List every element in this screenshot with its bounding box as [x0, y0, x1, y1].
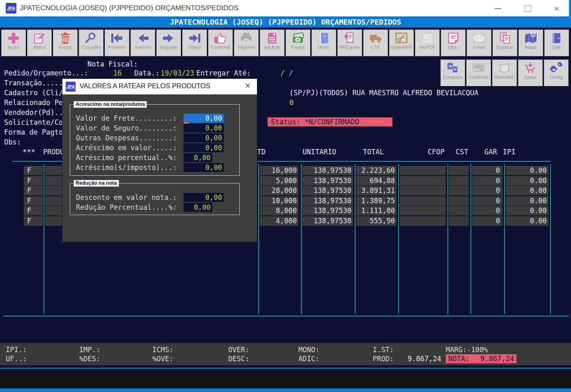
cell-cst[interactable]	[449, 176, 469, 186]
financ-button[interactable]: Financ	[286, 30, 310, 56]
nota-fiscal-label: Nota Fiscal:	[87, 60, 138, 69]
cell-cfop[interactable]	[400, 206, 446, 215]
field-label: Valor de Frete.........:	[76, 114, 177, 123]
cell-cfop[interactable]	[400, 216, 446, 226]
cell-qtd[interactable]: 5,000	[260, 176, 298, 186]
nfcupom-button[interactable]: NFCupom	[337, 30, 362, 56]
emitenfe-button[interactable]: EmiteNFE	[389, 30, 414, 56]
cell-total[interactable]: 3.891,31	[356, 186, 397, 195]
obs-button[interactable]: Obs.	[441, 30, 466, 56]
totals-field-uf: UF..:	[6, 355, 27, 363]
cell-cfop[interactable]	[400, 176, 446, 186]
cell-cst[interactable]	[449, 206, 469, 215]
field-input[interactable]: 0,00	[183, 133, 224, 142]
cell-f[interactable]: F	[24, 206, 43, 215]
email-button[interactable]: Email	[467, 30, 491, 56]
ltimo-button[interactable]: Último	[182, 30, 207, 56]
cell-ipi[interactable]: 0.00	[506, 216, 548, 226]
consulta-button[interactable]: Consulta	[79, 30, 103, 56]
minimize-icon[interactable]	[495, 8, 501, 9]
cell-cst[interactable]	[449, 196, 469, 206]
close-icon[interactable]: ×	[554, 4, 559, 14]
app-logo-icon: JPA	[6, 3, 16, 14]
cell-f[interactable]: F	[24, 166, 43, 175]
altera-button[interactable]: Altera	[27, 30, 52, 56]
bottom-accent-bar	[0, 388, 571, 392]
field-input[interactable]: 0,00	[183, 114, 224, 123]
primeiro-button[interactable]: Primeiro	[105, 30, 129, 56]
field-input[interactable]: 0,00	[183, 163, 224, 172]
cell-gar[interactable]: 0	[472, 196, 502, 206]
cell-qtd[interactable]: 10,000	[260, 196, 298, 206]
field-input[interactable]: 0,00	[183, 153, 212, 162]
verpdf-button[interactable]: VerPDF	[415, 30, 440, 56]
cell-cfop[interactable]	[400, 196, 446, 206]
field-input[interactable]: 0,00	[183, 143, 224, 152]
dialog-close-icon[interactable]: ×	[245, 80, 250, 91]
cell-unitario[interactable]: 138,97530	[303, 186, 353, 195]
cell-qtd[interactable]: 8,000	[260, 206, 298, 215]
cell-qtd[interactable]: 28,000	[260, 186, 298, 195]
val-adic-button[interactable]: Val.Adic	[260, 30, 284, 56]
cell-unitario[interactable]: 138,97530	[303, 216, 353, 226]
cell-ipi[interactable]: 0.00	[506, 166, 548, 175]
duplicar-button[interactable]: Duplicar	[493, 30, 517, 56]
cell-cst[interactable]	[449, 186, 469, 195]
compara-button[interactable]: Compara	[440, 60, 465, 86]
cell-unitario[interactable]: 138,97530	[303, 196, 353, 206]
duplicata-button[interactable]: Duplicata	[466, 60, 491, 86]
imprime-button[interactable]: Imprime	[234, 30, 259, 56]
cell-cst[interactable]	[449, 216, 469, 226]
cell-total[interactable]: 1.111,80	[356, 206, 397, 215]
cell-total[interactable]: 2.223,60	[356, 166, 397, 175]
pedido-value[interactable]: 16	[113, 69, 122, 78]
cell-ipi[interactable]: 0.00	[506, 176, 548, 186]
pedido-label: Pedido/Orçamento...:	[4, 69, 88, 78]
cell-f[interactable]: F	[24, 196, 43, 206]
cell-gar[interactable]: 0	[472, 186, 502, 195]
cell-gar[interactable]: 0	[472, 206, 502, 215]
field-input[interactable]: 0,00	[183, 203, 212, 212]
map-icon	[519, 31, 543, 45]
cell-unitario[interactable]: 138,97530	[303, 176, 353, 186]
cell-total[interactable]: 555,90	[356, 216, 397, 226]
data-value[interactable]: 19/03/23	[161, 69, 194, 78]
field-input[interactable]: 0,00	[183, 193, 224, 202]
entregar-value[interactable]: / /	[280, 69, 293, 78]
cell-unitario[interactable]: 138,97530	[303, 206, 353, 215]
cell-f[interactable]: F	[24, 176, 43, 186]
cell-total[interactable]: 694,88	[356, 176, 397, 186]
exclui-button[interactable]: Exclui	[53, 30, 78, 56]
confirma-button[interactable]: Confirma	[208, 30, 233, 56]
maximize-icon[interactable]	[525, 5, 531, 12]
config-button[interactable]: Config	[544, 60, 569, 86]
cell-ipi[interactable]: 0.00	[506, 186, 548, 195]
cell-total[interactable]: 1.389,75	[356, 196, 397, 206]
cell-gar[interactable]: 0	[472, 176, 502, 186]
mapa-button[interactable]: Mapa	[518, 30, 543, 56]
cell-gar[interactable]: 0	[472, 216, 502, 226]
cell-ipi[interactable]: 0.00	[506, 206, 548, 215]
cell-cfop[interactable]	[400, 166, 446, 175]
cell-cst[interactable]	[449, 166, 469, 175]
cell-gar[interactable]: 0	[472, 166, 502, 175]
cell-f[interactable]: F	[24, 216, 43, 226]
seguinte-button[interactable]: Seguinte	[156, 30, 181, 56]
cell-qtd[interactable]: 16,000	[260, 166, 298, 175]
anterior-button[interactable]: Anterior	[131, 30, 155, 56]
cell-qtd[interactable]: 4,000	[260, 216, 298, 226]
money-icon	[286, 31, 310, 45]
juntar-button[interactable]: Juntar	[518, 60, 543, 86]
reemitec-button[interactable]: ReemiteC	[492, 60, 517, 86]
inclui-button[interactable]: Inclui	[1, 30, 26, 56]
cte-button[interactable]: CTE	[363, 30, 388, 56]
totals-field-des: %DES:	[79, 355, 100, 363]
sair-button[interactable]: Sair	[544, 30, 569, 56]
field-label: Outras Despesas........:	[76, 133, 177, 142]
cell-unitario[interactable]: 138,97530	[303, 166, 353, 175]
cell-f[interactable]: F	[24, 186, 43, 195]
cell-ipi[interactable]: 0.00	[506, 196, 548, 206]
cell-cfop[interactable]	[400, 186, 446, 195]
ocorr-button[interactable]: Ocorr.	[312, 30, 336, 56]
field-input[interactable]: 0,00	[183, 124, 224, 133]
